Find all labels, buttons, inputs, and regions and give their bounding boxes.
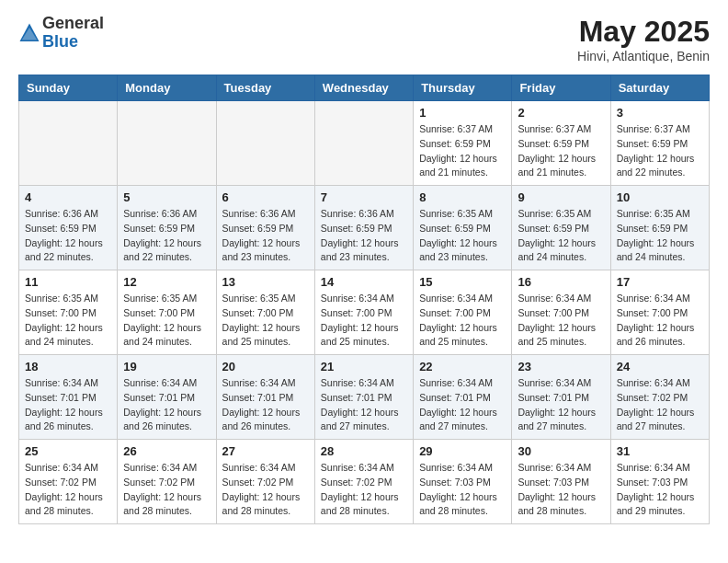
calendar-day-11: 11Sunrise: 6:35 AM Sunset: 7:00 PM Dayli… [19, 270, 118, 355]
day-info: Sunrise: 6:37 AM Sunset: 6:59 PM Dayligh… [518, 122, 604, 180]
calendar-day-21: 21Sunrise: 6:34 AM Sunset: 7:01 PM Dayli… [314, 355, 413, 440]
logo-icon [18, 22, 40, 44]
calendar-day-17: 17Sunrise: 6:34 AM Sunset: 7:00 PM Dayli… [610, 270, 709, 355]
day-number: 9 [518, 190, 604, 204]
col-header-tuesday: Tuesday [216, 75, 314, 101]
day-info: Sunrise: 6:34 AM Sunset: 7:01 PM Dayligh… [123, 376, 210, 434]
day-number: 21 [321, 360, 407, 373]
day-info: Sunrise: 6:34 AM Sunset: 7:00 PM Dayligh… [518, 292, 604, 350]
col-header-friday: Friday [512, 75, 610, 101]
calendar-day-25: 25Sunrise: 6:34 AM Sunset: 7:02 PM Dayli… [19, 440, 118, 524]
calendar-day-28: 28Sunrise: 6:34 AM Sunset: 7:02 PM Dayli… [314, 440, 413, 524]
calendar-day-22: 22Sunrise: 6:34 AM Sunset: 7:01 PM Dayli… [414, 355, 512, 440]
calendar-week-row: 18Sunrise: 6:34 AM Sunset: 7:01 PM Dayli… [19, 355, 710, 440]
col-header-monday: Monday [118, 75, 216, 101]
day-number: 15 [419, 275, 506, 289]
day-number: 16 [518, 275, 604, 289]
calendar-day-8: 8Sunrise: 6:35 AM Sunset: 6:59 PM Daylig… [414, 186, 512, 270]
day-number: 25 [25, 444, 111, 458]
calendar-day-6: 6Sunrise: 6:36 AM Sunset: 6:59 PM Daylig… [216, 186, 314, 270]
calendar-day-19: 19Sunrise: 6:34 AM Sunset: 7:01 PM Dayli… [118, 355, 216, 440]
day-info: Sunrise: 6:35 AM Sunset: 6:59 PM Dayligh… [518, 207, 604, 265]
day-number: 3 [617, 106, 703, 120]
calendar-day-24: 24Sunrise: 6:34 AM Sunset: 7:02 PM Dayli… [610, 355, 709, 440]
calendar-header-row: SundayMondayTuesdayWednesdayThursdayFrid… [19, 75, 710, 101]
day-info: Sunrise: 6:36 AM Sunset: 6:59 PM Dayligh… [321, 207, 407, 265]
calendar-day-26: 26Sunrise: 6:34 AM Sunset: 7:02 PM Dayli… [118, 440, 216, 524]
day-info: Sunrise: 6:34 AM Sunset: 7:01 PM Dayligh… [222, 376, 309, 434]
col-header-saturday: Saturday [610, 75, 709, 101]
calendar-week-row: 11Sunrise: 6:35 AM Sunset: 7:00 PM Dayli… [19, 270, 710, 355]
calendar-day-4: 4Sunrise: 6:36 AM Sunset: 6:59 PM Daylig… [19, 186, 118, 270]
calendar-day-2: 2Sunrise: 6:37 AM Sunset: 6:59 PM Daylig… [512, 101, 610, 186]
calendar-day-27: 27Sunrise: 6:34 AM Sunset: 7:02 PM Dayli… [216, 440, 314, 524]
day-info: Sunrise: 6:34 AM Sunset: 7:02 PM Dayligh… [617, 376, 703, 434]
day-number: 7 [321, 190, 407, 204]
day-number: 27 [222, 444, 309, 458]
day-number: 14 [321, 275, 407, 289]
calendar-week-row: 25Sunrise: 6:34 AM Sunset: 7:02 PM Dayli… [19, 440, 710, 524]
day-info: Sunrise: 6:34 AM Sunset: 7:03 PM Dayligh… [419, 461, 506, 519]
day-number: 17 [617, 275, 703, 289]
day-number: 12 [123, 275, 210, 289]
day-info: Sunrise: 6:34 AM Sunset: 7:01 PM Dayligh… [25, 376, 111, 434]
day-number: 31 [617, 444, 703, 458]
day-info: Sunrise: 6:34 AM Sunset: 7:00 PM Dayligh… [321, 292, 407, 350]
month-title: May 2025 [577, 15, 710, 49]
calendar-day-14: 14Sunrise: 6:34 AM Sunset: 7:00 PM Dayli… [314, 270, 413, 355]
calendar-day-31: 31Sunrise: 6:34 AM Sunset: 7:03 PM Dayli… [610, 440, 709, 524]
day-number: 20 [222, 360, 309, 373]
calendar-table: SundayMondayTuesdayWednesdayThursdayFrid… [18, 75, 710, 524]
day-number: 26 [123, 444, 210, 458]
day-number: 8 [419, 190, 506, 204]
calendar-day-16: 16Sunrise: 6:34 AM Sunset: 7:00 PM Dayli… [512, 270, 610, 355]
day-info: Sunrise: 6:35 AM Sunset: 6:59 PM Dayligh… [419, 207, 506, 265]
logo: General Blue [18, 15, 104, 52]
col-header-sunday: Sunday [19, 75, 118, 101]
day-info: Sunrise: 6:35 AM Sunset: 7:00 PM Dayligh… [123, 292, 210, 350]
day-info: Sunrise: 6:34 AM Sunset: 7:02 PM Dayligh… [321, 461, 407, 519]
calendar-day-10: 10Sunrise: 6:35 AM Sunset: 6:59 PM Dayli… [610, 186, 709, 270]
day-info: Sunrise: 6:37 AM Sunset: 6:59 PM Dayligh… [617, 122, 703, 180]
day-info: Sunrise: 6:35 AM Sunset: 7:00 PM Dayligh… [25, 292, 111, 350]
day-number: 2 [518, 106, 604, 120]
logo-text: General Blue [42, 15, 104, 52]
day-info: Sunrise: 6:35 AM Sunset: 6:59 PM Dayligh… [617, 207, 703, 265]
day-info: Sunrise: 6:34 AM Sunset: 7:01 PM Dayligh… [419, 376, 506, 434]
day-number: 23 [518, 360, 604, 373]
day-info: Sunrise: 6:34 AM Sunset: 7:03 PM Dayligh… [617, 461, 703, 519]
location: Hinvi, Atlantique, Benin [577, 49, 710, 63]
day-info: Sunrise: 6:36 AM Sunset: 6:59 PM Dayligh… [123, 207, 210, 265]
day-number: 13 [222, 275, 309, 289]
day-number: 19 [123, 360, 210, 373]
day-info: Sunrise: 6:34 AM Sunset: 7:00 PM Dayligh… [419, 292, 506, 350]
day-info: Sunrise: 6:34 AM Sunset: 7:02 PM Dayligh… [25, 461, 111, 519]
day-info: Sunrise: 6:34 AM Sunset: 7:01 PM Dayligh… [518, 376, 604, 434]
page: General Blue May 2025 Hinvi, Atlantique,… [0, 0, 728, 539]
logo-general-text: General [42, 15, 104, 33]
day-number: 30 [518, 444, 604, 458]
title-block: May 2025 Hinvi, Atlantique, Benin [577, 15, 710, 63]
day-info: Sunrise: 6:36 AM Sunset: 6:59 PM Dayligh… [222, 207, 309, 265]
day-number: 11 [25, 275, 111, 289]
day-info: Sunrise: 6:34 AM Sunset: 7:02 PM Dayligh… [222, 461, 309, 519]
col-header-wednesday: Wednesday [314, 75, 413, 101]
calendar-day-23: 23Sunrise: 6:34 AM Sunset: 7:01 PM Dayli… [512, 355, 610, 440]
day-info: Sunrise: 6:34 AM Sunset: 7:00 PM Dayligh… [617, 292, 703, 350]
day-number: 1 [419, 106, 506, 120]
day-info: Sunrise: 6:37 AM Sunset: 6:59 PM Dayligh… [419, 122, 506, 180]
col-header-thursday: Thursday [414, 75, 512, 101]
calendar-day-5: 5Sunrise: 6:36 AM Sunset: 6:59 PM Daylig… [118, 186, 216, 270]
day-number: 24 [617, 360, 703, 373]
header: General Blue May 2025 Hinvi, Atlantique,… [18, 15, 710, 63]
logo-blue-text: Blue [42, 33, 104, 52]
calendar-week-row: 4Sunrise: 6:36 AM Sunset: 6:59 PM Daylig… [19, 186, 710, 270]
day-number: 28 [321, 444, 407, 458]
calendar-day-29: 29Sunrise: 6:34 AM Sunset: 7:03 PM Dayli… [414, 440, 512, 524]
calendar-empty-cell [314, 101, 413, 186]
calendar-day-18: 18Sunrise: 6:34 AM Sunset: 7:01 PM Dayli… [19, 355, 118, 440]
calendar-day-15: 15Sunrise: 6:34 AM Sunset: 7:00 PM Dayli… [414, 270, 512, 355]
day-info: Sunrise: 6:34 AM Sunset: 7:02 PM Dayligh… [123, 461, 210, 519]
day-number: 6 [222, 190, 309, 204]
calendar-day-12: 12Sunrise: 6:35 AM Sunset: 7:00 PM Dayli… [118, 270, 216, 355]
